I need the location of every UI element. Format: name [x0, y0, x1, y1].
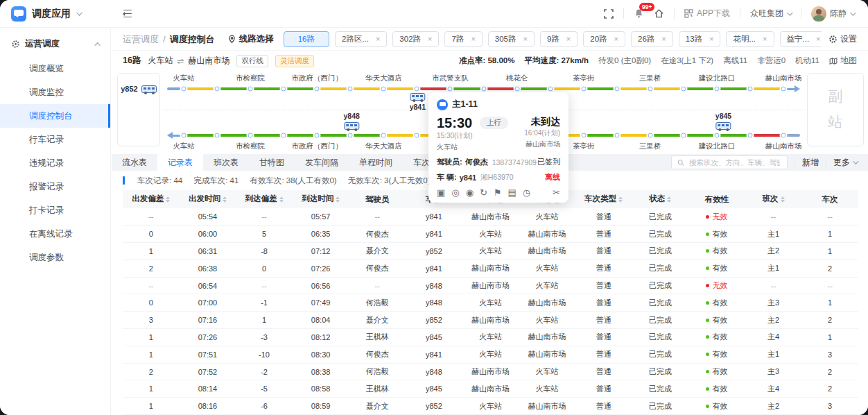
route-chip[interactable]: 9路× — [540, 31, 578, 47]
station-node[interactable] — [747, 133, 752, 138]
route-chip[interactable]: 花明...× — [726, 31, 774, 47]
sort-icon[interactable] — [667, 194, 671, 205]
station-node[interactable] — [581, 87, 586, 92]
route-chip[interactable]: 302路× — [392, 31, 439, 47]
sort-icon[interactable] — [336, 194, 340, 205]
route-chip[interactable]: 13路× — [679, 31, 721, 47]
sort-icon[interactable] — [618, 194, 623, 205]
sidebar-item-在离线记录[interactable]: 在离线记录 — [0, 222, 110, 246]
service-icon[interactable]: ◎ — [451, 188, 459, 197]
sidebar-item-调度控制台[interactable]: 调度控制台 — [0, 104, 110, 128]
sidebar-item-打卡记录[interactable]: 打卡记录 — [0, 198, 110, 222]
table-row[interactable]: 106:31-807:12聂介文y852火车站赫山南市场普通已完成有效主21 — [123, 243, 858, 260]
station-node[interactable] — [381, 87, 386, 92]
station-node[interactable] — [415, 87, 419, 92]
record-icon[interactable]: ◉ — [466, 188, 474, 197]
swap-direction-icon[interactable]: ⇌ — [177, 56, 184, 66]
sidebar-item-调度参数[interactable]: 调度参数 — [0, 246, 110, 269]
more-button[interactable]: 更多 — [833, 157, 857, 169]
sort-icon[interactable] — [223, 194, 227, 205]
table-row[interactable]: --06:54--06:56--y848赫山南市场火车站普通已完成无效---- — [123, 277, 858, 294]
tab-甘特图[interactable]: 甘特图 — [249, 154, 295, 171]
station-node[interactable] — [781, 87, 786, 92]
tab-班次表[interactable]: 班次表 — [203, 154, 249, 171]
station-node[interactable] — [348, 87, 353, 92]
bus-marker-y845[interactable]: y845 — [715, 112, 731, 130]
station-node[interactable] — [481, 87, 486, 92]
table-row[interactable]: 307:16108:04聂介文y852赫山南市场火车站普通已完成有效主22 — [123, 312, 858, 329]
route-chip[interactable]: 2路区...× — [335, 31, 387, 47]
column-header[interactable]: 班次 — [745, 190, 802, 208]
station-node[interactable] — [681, 133, 686, 138]
sidebar-group-operations[interactable]: 运营调度 — [0, 28, 110, 57]
notifications-button[interactable]: 99+ — [634, 8, 644, 19]
schedule-icon[interactable]: ▣ — [437, 188, 445, 197]
sidebar-item-调度概览[interactable]: 调度概览 — [0, 57, 110, 81]
sidebar-item-报警记录[interactable]: 报警记录 — [0, 175, 110, 198]
station-node[interactable] — [348, 133, 353, 138]
flag-icon[interactable]: ⚑ — [494, 188, 502, 197]
station-node[interactable] — [514, 87, 519, 92]
close-icon[interactable]: × — [816, 35, 820, 43]
close-icon[interactable]: × — [428, 35, 432, 43]
tab-流水表[interactable]: 流水表 — [112, 154, 157, 171]
sort-icon[interactable] — [781, 194, 785, 205]
sidebar-item-行车记录[interactable]: 行车记录 — [0, 128, 110, 151]
close-icon[interactable]: × — [523, 35, 528, 43]
list-icon[interactable]: ▤ — [508, 188, 517, 197]
route-chip[interactable]: 益宁...× — [780, 31, 822, 47]
meter-icon[interactable]: ◷ — [523, 188, 530, 197]
close-icon[interactable]: × — [566, 35, 571, 43]
station-node[interactable] — [714, 133, 719, 138]
station-node[interactable] — [381, 133, 386, 138]
close-icon[interactable]: × — [471, 35, 475, 43]
station-node[interactable] — [215, 87, 220, 92]
close-icon[interactable]: × — [614, 35, 618, 43]
table-row[interactable]: 107:26-308:12王棋林y845火车站赫山南市场普通已完成有效主41 — [123, 329, 858, 346]
table-row[interactable]: 007:00-107:49何浩毅y848火车站赫山南市场普通已完成有效主31 — [123, 294, 858, 312]
station-node[interactable] — [281, 87, 286, 92]
column-header[interactable]: 车次类型 — [575, 190, 632, 208]
table-row[interactable]: 206:38007:26何俊杰y841赫山南市场火车站普通已完成有效主12 — [123, 260, 858, 277]
station-node[interactable] — [614, 87, 619, 92]
route-chip[interactable]: 7路× — [444, 31, 482, 47]
station-node[interactable] — [714, 87, 719, 92]
column-header[interactable]: 出发时间 — [180, 190, 236, 208]
column-header[interactable]: 到达时间 — [293, 190, 349, 208]
station-node[interactable] — [648, 87, 652, 92]
station-node[interactable] — [448, 87, 453, 92]
station-node[interactable] — [248, 87, 253, 92]
close-icon[interactable]: × — [376, 35, 380, 43]
depot-bus[interactable]: y852 — [118, 85, 159, 93]
bus-marker-y841[interactable]: y841 — [410, 93, 426, 111]
sort-icon[interactable] — [166, 194, 170, 205]
fullscreen-icon[interactable] — [604, 9, 614, 19]
station-node[interactable] — [681, 87, 686, 92]
station-node[interactable] — [747, 87, 752, 92]
route-chip[interactable]: 26路× — [631, 31, 673, 47]
station-node[interactable] — [614, 133, 619, 138]
route-chip[interactable]: 20路× — [583, 31, 625, 47]
sort-icon[interactable] — [279, 194, 284, 205]
tab-单程时间[interactable]: 单程时间 — [349, 154, 403, 171]
station-node[interactable] — [182, 87, 186, 92]
station-node[interactable] — [548, 87, 553, 92]
close-icon[interactable]: × — [709, 35, 713, 43]
station-node[interactable] — [315, 133, 320, 138]
close-icon[interactable]: × — [763, 35, 767, 43]
settings-button[interactable]: 设置 — [828, 33, 857, 45]
company-selector[interactable]: 众旺集团 — [750, 8, 791, 19]
table-row[interactable]: 107:51-1008:30何俊杰y841火车站赫山南市场普通已完成有效主13 — [123, 346, 858, 363]
column-header[interactable]: 出发偏差 — [123, 190, 180, 208]
station-node[interactable] — [215, 133, 220, 138]
route-select-button[interactable]: 线路选择 — [227, 33, 274, 45]
user-menu[interactable]: 陈静 — [811, 6, 854, 22]
route-chip[interactable]: 305路× — [488, 31, 535, 47]
column-header[interactable]: 到达偏差 — [236, 190, 293, 208]
table-row[interactable]: 108:14-508:58王棋林y845赫山南市场火车站普通已完成有效主42 — [123, 380, 858, 398]
add-button[interactable]: 新增 — [802, 157, 819, 169]
table-row[interactable]: 108:16-608:59聂介文y852火车站赫山南市场普通已完成有效主23 — [123, 398, 858, 415]
app-download-button[interactable]: APP下载 — [684, 8, 730, 19]
station-node[interactable] — [581, 133, 586, 138]
station-node[interactable] — [248, 133, 253, 138]
